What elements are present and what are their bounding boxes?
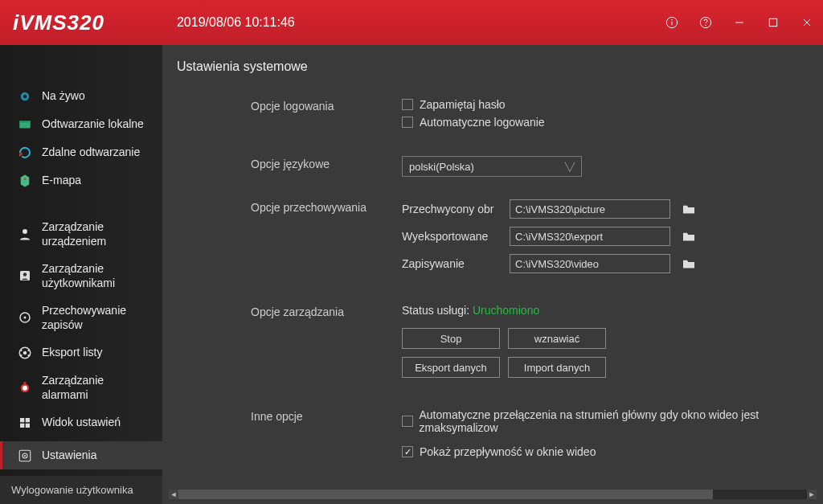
- autoswitch-checkbox[interactable]: [402, 416, 413, 427]
- export-icon: [18, 346, 32, 360]
- folder-icon[interactable]: [682, 231, 696, 242]
- chevron-down-icon: ╲╱: [565, 162, 575, 171]
- show-bitrate-label: Pokaż przepływność w oknie wideo: [420, 445, 596, 458]
- sidebar-item-live[interactable]: Na żywo: [0, 82, 162, 110]
- sidebar-item-label: Zarządzanie alarmami: [42, 373, 153, 402]
- section-label-language: Opcje językowe: [251, 156, 402, 177]
- refresh-icon: [18, 145, 32, 160]
- storage-icon: [18, 310, 32, 325]
- scrollbar-thumb[interactable]: [178, 490, 713, 499]
- help-icon[interactable]: [698, 14, 714, 31]
- svg-point-20: [23, 350, 27, 354]
- eye-icon: [18, 89, 32, 104]
- folder-icon[interactable]: [682, 203, 696, 215]
- remember-password-checkbox[interactable]: [402, 99, 413, 110]
- sidebar-item-label: Zdalne odtwarzanie: [42, 145, 140, 159]
- record-label: Zapisywanie: [402, 257, 498, 270]
- svg-point-13: [24, 178, 27, 180]
- folder-icon[interactable]: [682, 258, 696, 269]
- sidebar-item-record-storage[interactable]: Przechowywanie zapisów: [0, 297, 162, 338]
- svg-rect-12: [19, 121, 31, 123]
- sidebar-item-settings[interactable]: Ustawienia: [0, 441, 162, 469]
- svg-rect-31: [26, 423, 30, 427]
- sidebar-item-device-mgmt[interactable]: Zarządzanie urządzeniem: [0, 213, 162, 255]
- svg-point-23: [20, 354, 22, 355]
- section-label-storage: Opcje przechowywania: [251, 199, 402, 281]
- svg-point-22: [27, 349, 29, 350]
- titlebar: iVMS320 2019/08/06 10:11:46: [0, 0, 823, 45]
- sidebar-item-label: Ustawienia: [42, 448, 96, 462]
- scroll-right-icon[interactable]: ►: [807, 490, 817, 499]
- sidebar-item-user-mgmt[interactable]: Zarządzanie użytkownikami: [0, 255, 162, 297]
- sidebar-item-label: Zarządzanie urządzeniem: [42, 219, 153, 248]
- app-title: iVMS320: [13, 10, 104, 35]
- section-label-login: Opcje logowania: [251, 98, 402, 133]
- sidebar-item-label: Widok ustawień: [42, 415, 121, 429]
- svg-rect-30: [20, 423, 24, 427]
- sidebar-item-remote-playback[interactable]: Zdalne odtwarzanie: [0, 138, 162, 166]
- show-bitrate-checkbox[interactable]: [402, 446, 413, 457]
- import-data-button[interactable]: Import danych: [508, 357, 606, 378]
- main-panel: Ustawienia systemowe Opcje logowania Zap…: [162, 45, 823, 504]
- captured-label: Przechwycony obr: [402, 203, 498, 215]
- svg-point-10: [23, 95, 27, 99]
- remember-password-label: Zapamiętaj hasło: [420, 98, 506, 111]
- sidebar-item-label: Przechowywanie zapisów: [42, 303, 153, 332]
- minimize-icon[interactable]: [731, 14, 747, 31]
- service-status: Status usługi: Uruchomiono: [402, 304, 823, 317]
- sidebar-item-label: Eksport listy: [42, 345, 102, 359]
- section-label-other: Inne opcje: [251, 408, 402, 463]
- svg-rect-26: [24, 382, 27, 383]
- logout-button[interactable]: Wylogowanie użytkownika: [0, 476, 162, 504]
- language-select[interactable]: polski(Polska) ╲╱: [402, 156, 582, 177]
- svg-point-14: [23, 229, 27, 234]
- window-controls: [664, 0, 815, 45]
- sidebar-item-alarm-mgmt[interactable]: Zarządzanie alarmami: [0, 367, 162, 408]
- user-icon: [18, 227, 32, 241]
- horizontal-scrollbar[interactable]: ◄ ►: [169, 490, 817, 499]
- svg-point-4: [706, 25, 706, 26]
- resume-button[interactable]: wznawiać: [508, 328, 606, 349]
- svg-point-24: [27, 354, 29, 355]
- svg-point-27: [23, 386, 27, 391]
- exported-label: Wyeksportowane: [402, 230, 498, 243]
- grid-icon: [18, 416, 32, 430]
- svg-rect-28: [20, 418, 24, 422]
- sidebar: Na żywo Odtwarzanie lokalne Zdalne odtwa…: [0, 45, 162, 504]
- sidebar-item-label: Zarządzanie użytkownikami: [42, 261, 153, 290]
- auto-login-checkbox[interactable]: [402, 117, 413, 128]
- maximize-icon[interactable]: [765, 14, 781, 31]
- auto-login-label: Automatyczne logowanie: [420, 116, 545, 129]
- stop-button[interactable]: Stop: [402, 328, 500, 349]
- film-icon: [18, 117, 32, 132]
- info-icon[interactable]: [664, 14, 680, 31]
- svg-point-16: [23, 272, 27, 277]
- sidebar-item-local-playback[interactable]: Odtwarzanie lokalne: [0, 110, 162, 138]
- alarm-icon: [18, 380, 32, 395]
- autoswitch-label: Automatyczne przełączenia na strumień gł…: [420, 408, 824, 434]
- logout-label: Wylogowanie użytkownika: [11, 484, 133, 496]
- users-icon: [18, 268, 32, 283]
- svg-point-34: [24, 455, 26, 457]
- map-icon: [18, 174, 32, 188]
- exported-path-input[interactable]: C:\iVMS320\export: [510, 227, 670, 246]
- close-icon[interactable]: [799, 14, 815, 31]
- sidebar-item-emap[interactable]: E-mapa: [0, 166, 162, 195]
- captured-path-input[interactable]: C:\iVMS320\picture: [510, 199, 670, 219]
- page-title: Ustawienia systemowe: [162, 45, 823, 74]
- sidebar-item-label: Na żywo: [42, 88, 85, 103]
- svg-point-2: [672, 19, 673, 20]
- svg-point-21: [20, 349, 22, 350]
- scroll-left-icon[interactable]: ◄: [169, 490, 178, 499]
- sidebar-item-view-settings[interactable]: Widok ustawień: [0, 408, 162, 436]
- datetime: 2019/08/06 10:11:46: [177, 15, 295, 30]
- language-value: polski(Polska): [409, 161, 474, 173]
- svg-rect-29: [26, 418, 30, 422]
- svg-rect-6: [769, 18, 776, 26]
- record-path-input[interactable]: C:\iVMS320\video: [510, 254, 670, 273]
- gear-icon: [18, 449, 32, 463]
- svg-point-18: [24, 317, 27, 319]
- export-data-button[interactable]: Eksport danych: [402, 357, 500, 378]
- sidebar-item-export-list[interactable]: Eksport listy: [0, 338, 162, 367]
- section-label-manage: Opcje zarządzania: [251, 304, 402, 386]
